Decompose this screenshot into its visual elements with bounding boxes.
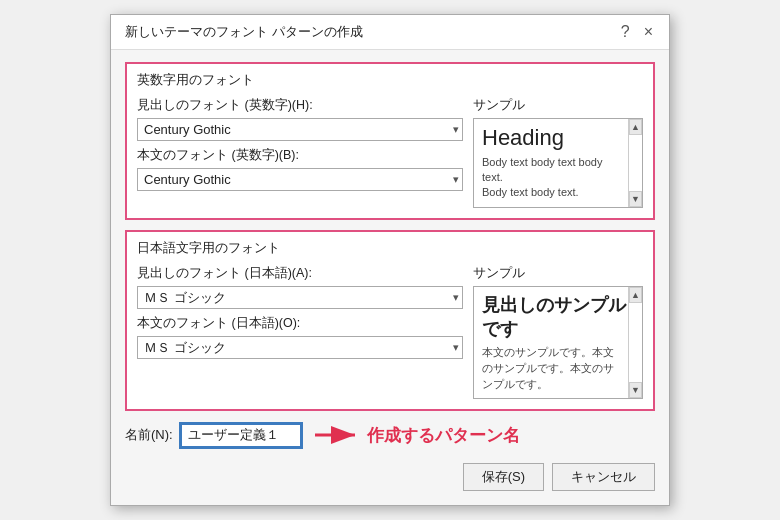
- jp-sample-body: 本文のサンプルです。本文のサンプルです。本文のサンプルです。: [482, 345, 634, 393]
- latin-sample-body: Body text body text body text.Body text …: [482, 155, 634, 201]
- latin-sample-heading: Heading: [482, 125, 634, 151]
- dialog-title: 新しいテーマのフォント パターンの作成: [125, 23, 363, 41]
- title-bar: 新しいテーマのフォント パターンの作成 ? ×: [111, 15, 669, 50]
- latin-sample-area: サンプル Heading Body text body text body te…: [473, 97, 643, 208]
- name-label: 名前(N):: [125, 426, 173, 444]
- jp-section-left: 見出しのフォント (日本語)(A): ＭＳ ゴシックＭＳ 明朝メイリオ游ゴシック…: [137, 265, 463, 400]
- title-bar-buttons: ? ×: [617, 24, 657, 40]
- latin-section-inner: 見出しのフォント (英数字)(H): Century GothicArialTi…: [137, 97, 643, 208]
- jp-sample-label: サンプル: [473, 265, 643, 282]
- cancel-button[interactable]: キャンセル: [552, 463, 655, 491]
- jp-sample-heading: 見出しのサンプルです: [482, 293, 634, 341]
- button-row: 保存(S) キャンセル: [125, 463, 655, 491]
- latin-sample-scrollbar: ▲ ▼: [628, 119, 642, 207]
- latin-body-label: 本文のフォント (英数字)(B):: [137, 147, 463, 164]
- jp-heading-label: 見出しのフォント (日本語)(A):: [137, 265, 463, 282]
- jp-heading-select[interactable]: ＭＳ ゴシックＭＳ 明朝メイリオ游ゴシック: [137, 286, 463, 309]
- jp-body-select-wrapper: ＭＳ ゴシックＭＳ 明朝メイリオ游ゴシック ▾: [137, 336, 463, 359]
- jp-section-title: 日本語文字用のフォント: [137, 240, 643, 257]
- latin-body-select[interactable]: Century GothicArialTimes New RomanCalibr…: [137, 168, 463, 191]
- dialog: 新しいテーマのフォント パターンの作成 ? × 英数字用のフォント 見出しのフォ…: [110, 14, 670, 507]
- close-button[interactable]: ×: [640, 24, 657, 40]
- latin-section-left: 見出しのフォント (英数字)(H): Century GothicArialTi…: [137, 97, 463, 208]
- jp-section: 日本語文字用のフォント 見出しのフォント (日本語)(A): ＭＳ ゴシックＭＳ…: [125, 230, 655, 412]
- annotation-text: 作成するパターン名: [367, 424, 520, 447]
- jp-scroll-down-icon[interactable]: ▼: [629, 382, 642, 398]
- arrow-annotation: 作成するパターン名: [309, 421, 520, 449]
- jp-sample-area: サンプル 見出しのサンプルです 本文のサンプルです。本文のサンプルです。本文のサ…: [473, 265, 643, 400]
- jp-heading-select-wrapper: ＭＳ ゴシックＭＳ 明朝メイリオ游ゴシック ▾: [137, 286, 463, 309]
- name-row: 名前(N): 作成するパターン名: [125, 421, 655, 449]
- latin-sample-label: サンプル: [473, 97, 643, 114]
- name-input[interactable]: [181, 424, 301, 447]
- latin-body-select-wrapper: Century GothicArialTimes New RomanCalibr…: [137, 168, 463, 191]
- jp-body-label: 本文のフォント (日本語)(O):: [137, 315, 463, 332]
- latin-heading-select-wrapper: Century GothicArialTimes New RomanCalibr…: [137, 118, 463, 141]
- save-button[interactable]: 保存(S): [463, 463, 544, 491]
- jp-sample-box: 見出しのサンプルです 本文のサンプルです。本文のサンプルです。本文のサンプルです…: [473, 286, 643, 400]
- latin-scroll-up-icon[interactable]: ▲: [629, 119, 642, 135]
- latin-sample-box: Heading Body text body text body text.Bo…: [473, 118, 643, 208]
- jp-scroll-up-icon[interactable]: ▲: [629, 287, 642, 303]
- jp-sample-scrollbar: ▲ ▼: [628, 287, 642, 399]
- dialog-body: 英数字用のフォント 見出しのフォント (英数字)(H): Century Got…: [111, 50, 669, 506]
- latin-heading-label: 見出しのフォント (英数字)(H):: [137, 97, 463, 114]
- jp-section-inner: 見出しのフォント (日本語)(A): ＭＳ ゴシックＭＳ 明朝メイリオ游ゴシック…: [137, 265, 643, 400]
- latin-section: 英数字用のフォント 見出しのフォント (英数字)(H): Century Got…: [125, 62, 655, 220]
- latin-section-title: 英数字用のフォント: [137, 72, 643, 89]
- jp-body-select[interactable]: ＭＳ ゴシックＭＳ 明朝メイリオ游ゴシック: [137, 336, 463, 359]
- arrow-icon: [309, 421, 363, 449]
- help-button[interactable]: ?: [617, 24, 634, 40]
- latin-heading-select[interactable]: Century GothicArialTimes New RomanCalibr…: [137, 118, 463, 141]
- latin-scroll-down-icon[interactable]: ▼: [629, 191, 642, 207]
